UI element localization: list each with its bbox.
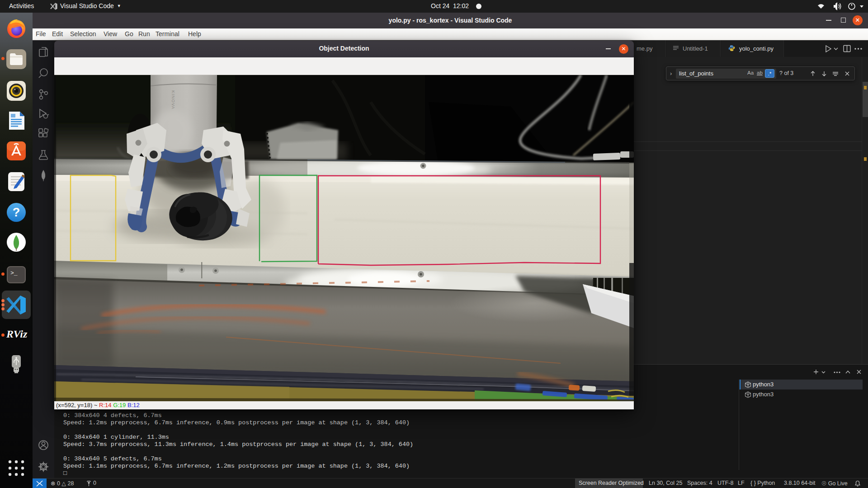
svg-text:KINOVA: KINOVA [171,90,176,109]
svg-text:?: ? [13,206,20,219]
svg-text:>_: >_ [10,270,18,277]
